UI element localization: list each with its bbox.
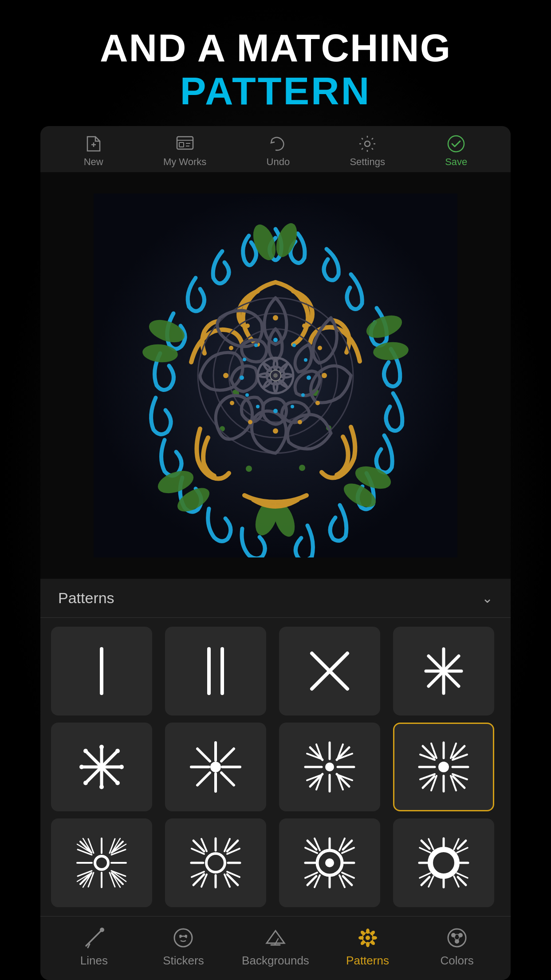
toolbar-new-label: New	[84, 156, 103, 168]
nav-item-lines[interactable]: Lines	[63, 925, 125, 968]
header-line1: AND A MATCHING	[100, 27, 451, 70]
svg-point-68	[99, 785, 104, 789]
pattern-cell-6[interactable]	[279, 723, 380, 811]
svg-point-70	[119, 765, 124, 769]
pattern-cell-0[interactable]	[51, 627, 152, 715]
patterns-header: Patterns ⌄	[40, 579, 511, 618]
svg-point-41	[307, 375, 311, 380]
toolbar-settings[interactable]: Settings	[350, 134, 385, 168]
svg-point-84	[325, 763, 334, 771]
pattern-cell-5[interactable]	[165, 723, 266, 811]
pattern-cell-7[interactable]	[393, 723, 494, 811]
svg-point-31	[298, 420, 302, 424]
svg-point-69	[79, 765, 84, 769]
svg-point-208	[372, 936, 377, 940]
toolbar-save[interactable]: Save	[445, 134, 467, 168]
svg-point-75	[210, 762, 221, 772]
toolbar-new[interactable]: New	[84, 134, 103, 168]
pattern-cell-10[interactable]	[279, 818, 380, 907]
nav-stickers-label: Stickers	[163, 954, 204, 968]
bottom-nav: Lines Stickers Bac	[40, 916, 511, 980]
nav-colors-label: Colors	[441, 954, 474, 968]
header-section: AND A MATCHING PATTERN	[100, 0, 451, 126]
svg-line-188	[421, 877, 429, 885]
svg-point-35	[223, 373, 228, 378]
svg-point-49	[254, 344, 258, 347]
svg-point-26	[273, 315, 278, 320]
svg-point-32	[273, 428, 278, 434]
svg-point-119	[96, 858, 107, 868]
svg-point-67	[99, 745, 104, 749]
svg-point-20	[299, 465, 305, 471]
nav-item-colors[interactable]: Colors	[426, 925, 488, 968]
toolbar-undo[interactable]: Undo	[267, 134, 290, 168]
toolbar-my-works-label: My Works	[163, 156, 206, 168]
nav-item-patterns[interactable]: Patterns	[337, 925, 399, 968]
canvas-area	[40, 172, 511, 579]
pattern-grid	[40, 618, 511, 916]
pattern-cell-1[interactable]	[165, 627, 266, 715]
svg-point-53	[273, 373, 278, 378]
svg-point-40	[304, 358, 307, 362]
svg-point-29	[322, 373, 327, 378]
svg-line-185	[421, 841, 429, 849]
pattern-cell-3[interactable]	[393, 627, 494, 715]
svg-line-83	[197, 773, 210, 785]
page-content: AND A MATCHING PATTERN New	[0, 0, 551, 980]
svg-point-73	[115, 749, 120, 753]
svg-line-81	[221, 773, 234, 785]
svg-point-101	[438, 762, 449, 772]
svg-point-37	[245, 324, 250, 328]
svg-rect-1	[179, 142, 184, 147]
svg-line-169	[343, 876, 352, 885]
svg-point-39	[292, 344, 296, 347]
svg-line-168	[307, 841, 316, 850]
svg-line-202	[275, 939, 278, 945]
svg-point-28	[318, 346, 322, 350]
toolbar-undo-label: Undo	[267, 156, 290, 168]
toolbar: New My Works Undo	[40, 126, 511, 172]
svg-point-207	[358, 936, 364, 940]
pattern-cell-2[interactable]	[279, 627, 380, 715]
svg-line-82	[221, 749, 234, 761]
svg-point-48	[243, 358, 246, 361]
patterns-panel: Patterns ⌄	[40, 579, 511, 916]
app-frame: New My Works Undo	[40, 126, 511, 980]
svg-point-34	[230, 401, 234, 405]
nav-patterns-label: Patterns	[346, 954, 389, 968]
svg-point-72	[115, 781, 120, 785]
pattern-cell-11[interactable]	[393, 818, 494, 907]
header-line2: PATTERN	[100, 70, 451, 113]
nav-item-stickers[interactable]: Stickers	[152, 925, 214, 968]
svg-point-36	[229, 346, 233, 350]
svg-point-3	[448, 136, 464, 152]
svg-line-171	[307, 876, 316, 885]
nav-backgrounds-label: Backgrounds	[242, 954, 309, 968]
toolbar-save-label: Save	[445, 156, 467, 168]
svg-point-74	[83, 781, 88, 785]
pattern-cell-4[interactable]	[51, 723, 152, 811]
pattern-cell-9[interactable]	[165, 818, 266, 907]
svg-point-27	[302, 324, 307, 328]
toolbar-settings-label: Settings	[350, 156, 385, 168]
svg-point-213	[448, 929, 466, 947]
svg-line-186	[458, 877, 466, 885]
svg-point-30	[315, 401, 320, 405]
svg-point-19	[246, 466, 252, 472]
svg-point-33	[248, 420, 252, 424]
svg-point-47	[240, 375, 244, 380]
svg-point-45	[256, 405, 260, 408]
nav-item-backgrounds[interactable]: Backgrounds	[242, 925, 309, 968]
svg-point-71	[83, 749, 88, 753]
svg-point-38	[273, 338, 278, 342]
pattern-cell-8[interactable]	[51, 818, 152, 907]
svg-line-187	[458, 841, 466, 849]
svg-point-180	[430, 850, 457, 876]
svg-line-80	[197, 749, 210, 761]
toolbar-my-works[interactable]: My Works	[163, 134, 206, 168]
chevron-down-icon[interactable]: ⌄	[482, 590, 493, 606]
nav-lines-label: Lines	[80, 954, 108, 968]
svg-point-2	[365, 141, 370, 146]
svg-point-205	[366, 929, 370, 934]
svg-point-163	[325, 858, 334, 867]
